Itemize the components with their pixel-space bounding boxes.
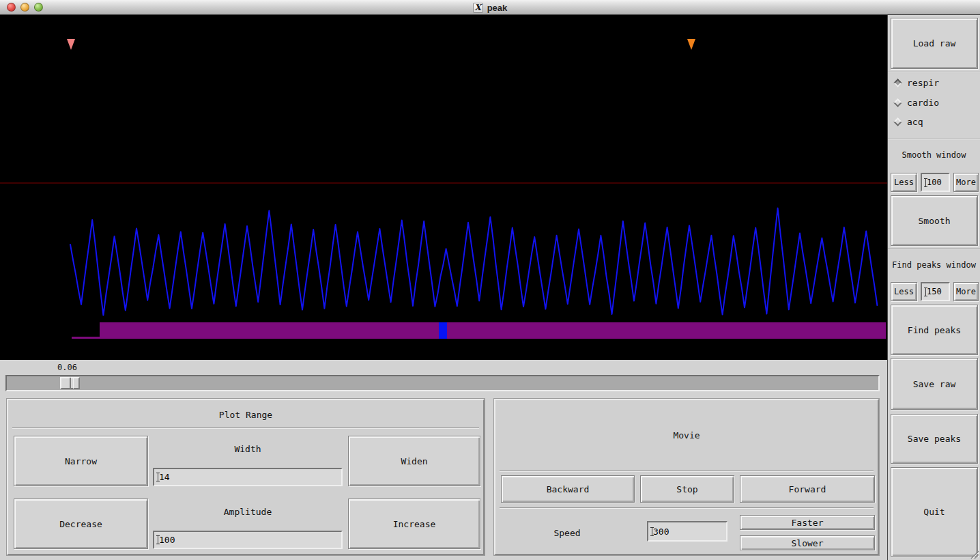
load-raw-button[interactable]: Load raw xyxy=(891,18,978,69)
title-bar[interactable]: X peak xyxy=(0,0,980,15)
faster-button[interactable]: Faster xyxy=(740,515,875,530)
text-cursor xyxy=(158,535,158,544)
peaks-more-button[interactable]: More xyxy=(953,282,979,301)
find-peaks-window-label: Find peaks window xyxy=(888,260,980,270)
peak-marker-right-icon xyxy=(687,39,695,50)
smooth-button[interactable]: Smooth xyxy=(891,195,978,246)
position-scale-value: 0.06 xyxy=(57,363,77,372)
radio-respir[interactable]: respir xyxy=(895,76,939,89)
radio-cardio[interactable]: cardio xyxy=(895,96,939,109)
separator xyxy=(12,428,479,429)
window-title-group: X peak xyxy=(0,0,980,15)
window-title: peak xyxy=(487,3,508,13)
signal-plot-area[interactable] xyxy=(0,15,887,360)
decrease-button[interactable]: Decrease xyxy=(14,499,148,549)
width-entry[interactable]: 14 xyxy=(153,468,343,486)
signal-plot-canvas[interactable] xyxy=(0,15,887,360)
stop-button[interactable]: Stop xyxy=(640,475,734,503)
save-peaks-button[interactable]: Save peaks xyxy=(891,414,978,464)
radio-respir-label: respir xyxy=(907,78,939,88)
sidebar: Load raw respir cardio acq Smooth window… xyxy=(887,15,980,560)
separator xyxy=(888,72,980,73)
smooth-less-button[interactable]: Less xyxy=(891,173,917,192)
text-cursor xyxy=(158,473,158,481)
x11-app-icon: X xyxy=(473,3,483,13)
radio-acq-label: acq xyxy=(907,117,923,127)
widen-button[interactable]: Widen xyxy=(348,436,480,486)
save-raw-button[interactable]: Save raw xyxy=(891,358,978,410)
selected-region-bar xyxy=(100,322,886,339)
movie-panel: Movie Backward Stop Forward Speed 300 Fa… xyxy=(494,399,879,555)
bottom-controls: 0.06 Plot Range Narrow Width 14 Widen De… xyxy=(0,360,887,560)
find-peaks-window-entry[interactable]: 150 xyxy=(921,282,950,301)
plot-range-title: Plot Range xyxy=(8,410,483,420)
smooth-more-button[interactable]: More xyxy=(953,173,979,192)
backward-button[interactable]: Backward xyxy=(501,475,635,503)
separator xyxy=(888,248,980,249)
separator xyxy=(500,507,874,509)
radio-indicator-icon xyxy=(893,79,902,87)
radio-indicator-icon xyxy=(893,98,902,107)
smooth-window-entry[interactable]: 100 xyxy=(921,173,950,192)
radio-acq[interactable]: acq xyxy=(895,115,923,128)
waveform-trace xyxy=(70,208,877,316)
separator xyxy=(888,139,980,140)
text-cursor xyxy=(925,178,926,187)
amplitude-entry[interactable]: 100 xyxy=(153,531,343,549)
region-baseline xyxy=(72,337,100,339)
slower-button[interactable]: Slower xyxy=(740,535,875,550)
radio-indicator-icon xyxy=(893,117,902,126)
quit-button[interactable]: Quit xyxy=(891,467,978,557)
amplitude-label: Amplitude xyxy=(153,507,343,517)
region-position-cursor[interactable] xyxy=(439,322,447,339)
peaks-less-button[interactable]: Less xyxy=(891,282,917,301)
narrow-button[interactable]: Narrow xyxy=(14,436,148,486)
speed-entry[interactable]: 300 xyxy=(647,521,727,542)
position-scale-handle[interactable] xyxy=(60,377,80,389)
plot-range-panel: Plot Range Narrow Width 14 Widen Decreas… xyxy=(7,399,485,555)
resize-grip-icon[interactable] xyxy=(969,549,979,559)
smooth-window-label: Smooth window xyxy=(888,150,980,160)
forward-button[interactable]: Forward xyxy=(740,475,875,503)
radio-cardio-label: cardio xyxy=(907,98,939,108)
width-label: Width xyxy=(153,444,343,454)
increase-button[interactable]: Increase xyxy=(348,499,480,549)
position-scale[interactable] xyxy=(5,375,880,391)
text-cursor xyxy=(925,288,926,296)
find-peaks-button[interactable]: Find peaks xyxy=(891,305,978,355)
separator xyxy=(500,471,874,472)
speed-label: Speed xyxy=(523,528,611,538)
movie-title: Movie xyxy=(495,430,878,440)
text-cursor xyxy=(652,527,652,536)
peak-marker-left-icon xyxy=(67,39,75,50)
